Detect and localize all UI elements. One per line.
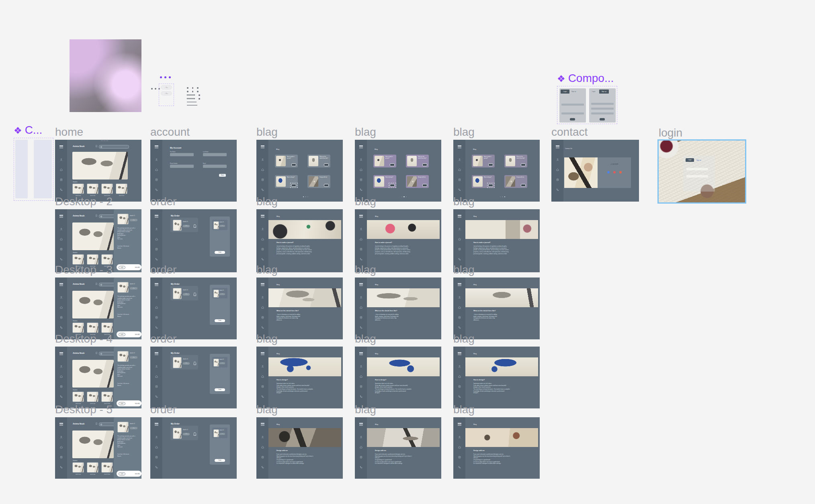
menu-icon[interactable] (458, 145, 461, 149)
page-dot[interactable] (406, 196, 407, 197)
frame-desktop-4[interactable]: Anima Nouk Games sketch one sketch two s… (55, 347, 141, 408)
menu-icon[interactable] (458, 283, 461, 286)
menu-icon[interactable] (359, 214, 363, 218)
frame-label[interactable]: ❖home (55, 125, 83, 139)
trash-icon[interactable] (194, 433, 196, 436)
frame-blag-article-2a[interactable]: Blog What are the sketch lines like? - L… (256, 278, 343, 339)
frame-label[interactable]: ❖blag (355, 125, 376, 139)
document-icon[interactable] (261, 456, 264, 459)
read-more-button[interactable] (422, 163, 427, 166)
frame-label[interactable]: ❖contact (551, 125, 588, 139)
frame-label[interactable]: ❖order (150, 403, 176, 416)
document-icon[interactable] (360, 248, 362, 251)
frame-label[interactable]: ❖blag (453, 125, 475, 139)
document-icon[interactable] (155, 248, 158, 251)
home-icon[interactable] (360, 238, 362, 241)
user-icon[interactable] (155, 365, 158, 368)
submit-button[interactable] (600, 118, 605, 120)
page-dot[interactable] (303, 196, 304, 197)
pagination-dots[interactable] (367, 196, 441, 197)
frame-blag-article-3b[interactable]: Blog How to design? Sometimes talent isn… (355, 347, 441, 408)
trash-icon[interactable] (194, 363, 196, 365)
user-icon[interactable] (261, 228, 264, 231)
home-icon[interactable] (556, 168, 559, 171)
document-icon[interactable] (155, 385, 158, 388)
frame-label[interactable]: ❖order (150, 332, 176, 346)
save-button[interactable]: Save (219, 174, 226, 177)
page-dot[interactable] (504, 196, 505, 197)
page-dot[interactable] (403, 196, 404, 197)
order-button[interactable]: Order (215, 459, 225, 462)
phone-icon[interactable] (458, 466, 461, 469)
document-icon[interactable] (556, 178, 559, 181)
user-icon[interactable] (60, 158, 63, 161)
frame-blag-article-3a[interactable]: Blog How to design? Sometimes talent isn… (256, 347, 343, 408)
user-icon[interactable] (60, 296, 63, 299)
menu-icon[interactable] (556, 145, 559, 149)
phone-icon[interactable] (261, 326, 264, 329)
menu-icon[interactable] (59, 283, 63, 286)
frame-label[interactable]: ❖blag (355, 263, 376, 277)
frame-label[interactable]: ❖blag (355, 403, 376, 416)
frame-label[interactable]: ❖blag (256, 195, 278, 208)
menu-icon[interactable] (155, 283, 158, 286)
frame-label[interactable]: ❖Compo... (557, 71, 614, 85)
user-icon[interactable] (155, 228, 158, 231)
phone-icon[interactable] (360, 395, 362, 398)
input-field[interactable] (591, 103, 614, 105)
sketch-card[interactable]: sketch two (87, 462, 98, 475)
frame-label[interactable]: ❖Desktop - 2 (55, 195, 113, 208)
menu-icon[interactable] (59, 422, 63, 426)
frame-account[interactable]: My Account First Name Last Name Phone Nu… (150, 140, 237, 202)
frame-label[interactable]: ❖blag (453, 195, 475, 208)
menu-icon[interactable] (261, 352, 264, 355)
order-button[interactable]: Order (215, 319, 225, 322)
menu-icon[interactable] (155, 352, 158, 355)
frame-blag-article-3c[interactable]: Blog How to design? Sometimes talent isn… (453, 347, 540, 408)
read-more-button[interactable] (324, 163, 329, 166)
home-icon[interactable] (155, 238, 158, 241)
document-icon[interactable] (261, 316, 264, 319)
home-icon[interactable] (60, 238, 63, 241)
first-name-field[interactable] (170, 153, 194, 156)
frame-blag-article-4a[interactable]: Blog Design with me If you want to becom… (256, 417, 343, 479)
order-button[interactable]: order (119, 266, 125, 269)
dot-grid-component[interactable] (187, 87, 208, 108)
phone-icon[interactable] (360, 188, 362, 191)
quantity-stepper[interactable]: - 1 + (130, 219, 137, 221)
purple-dots-component[interactable] (160, 76, 171, 78)
menu-icon[interactable] (261, 145, 264, 149)
phone-icon[interactable] (261, 258, 264, 261)
page-dot[interactable] (500, 196, 501, 197)
menu-icon[interactable] (261, 283, 264, 286)
phone-icon[interactable] (556, 188, 559, 191)
page-dot[interactable] (502, 196, 503, 197)
order-button[interactable]: order (119, 472, 125, 475)
document-icon[interactable] (60, 385, 63, 388)
home-icon[interactable] (261, 306, 264, 309)
phone-icon[interactable] (60, 258, 63, 261)
home-icon[interactable] (261, 446, 264, 449)
quantity-stepper[interactable]: - 1 + (130, 356, 137, 359)
cart-mini-card[interactable]: sketch #1 - 1 + (212, 220, 227, 230)
search-input[interactable] (99, 145, 129, 149)
home-icon[interactable] (60, 168, 63, 171)
home-icon[interactable] (458, 306, 461, 309)
input-field[interactable] (561, 104, 584, 106)
user-icon[interactable] (261, 296, 264, 299)
figma-canvas[interactable]: - 1 + - 2 + ❖C... ❖Compo... Login Sign u… (0, 0, 815, 504)
bookmark-icon[interactable] (96, 352, 97, 354)
trash-icon[interactable] (194, 294, 196, 296)
document-icon[interactable] (458, 456, 461, 459)
user-icon[interactable] (458, 158, 461, 161)
document-icon[interactable] (261, 385, 264, 388)
order-button[interactable]: order (119, 402, 125, 405)
read-more-button[interactable] (324, 184, 329, 187)
home-icon[interactable] (458, 238, 461, 241)
frame-label[interactable]: ❖login (659, 126, 682, 140)
sketch-card[interactable]: sketch three (101, 184, 113, 196)
frame-blag-grid-3[interactable]: Blog How to make a journal? What are the… (453, 140, 540, 202)
quantity-stepper[interactable]: - 1 + (183, 433, 190, 435)
phone-icon[interactable] (60, 395, 63, 398)
order-button[interactable]: Order (215, 388, 225, 391)
